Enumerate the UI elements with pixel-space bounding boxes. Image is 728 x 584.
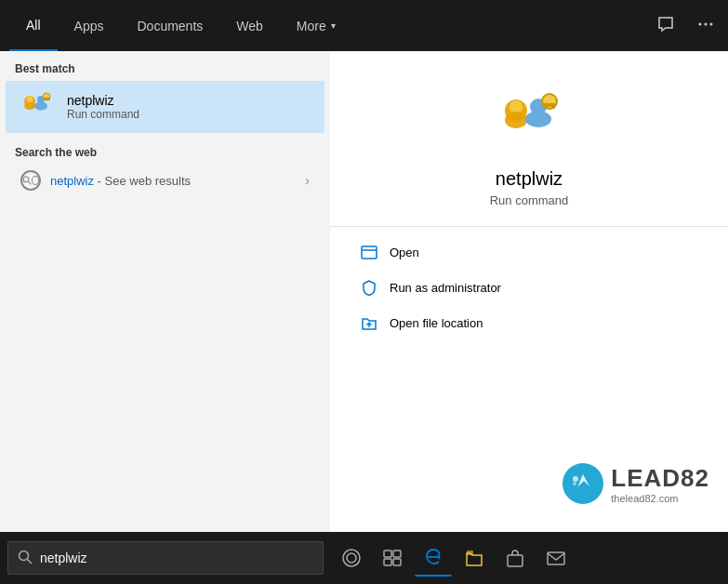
taskbar-search-bar[interactable] — [7, 541, 324, 575]
more-options-icon[interactable] — [693, 11, 719, 41]
web-search-text: netplwiz - See web results — [50, 174, 191, 188]
tab-all[interactable]: All — [9, 0, 58, 51]
tab-web[interactable]: Web — [219, 0, 280, 51]
svg-point-14 — [510, 100, 523, 113]
web-search-section: Search the web netplwiz - See web result… — [0, 133, 330, 204]
svg-rect-21 — [362, 246, 377, 259]
svg-point-11 — [23, 177, 29, 182]
svg-point-1 — [705, 22, 708, 25]
svg-point-0 — [699, 22, 702, 25]
best-match-title: netplwiz — [67, 93, 139, 108]
svg-rect-31 — [384, 551, 391, 557]
taskbar-search-icon — [18, 550, 33, 567]
app-detail-name: netplwiz — [496, 168, 563, 190]
svg-point-4 — [27, 97, 33, 103]
action-open-file-location[interactable]: Open file location — [349, 305, 709, 340]
action-run-as-admin[interactable]: Run as administrator — [349, 270, 709, 305]
svg-point-25 — [573, 476, 578, 482]
web-search-item[interactable]: netplwiz - See web results › — [15, 163, 315, 198]
watermark: LEAD82 thelead82.com — [563, 463, 709, 504]
taskbar-taskview-icon[interactable] — [374, 539, 411, 577]
svg-point-2 — [710, 22, 713, 25]
netplwiz-icon — [20, 90, 54, 124]
taskbar-mail-icon[interactable] — [537, 539, 575, 577]
divider — [330, 226, 728, 227]
app-detail-icon — [496, 88, 563, 155]
svg-point-5 — [24, 102, 35, 110]
svg-point-7 — [34, 102, 47, 111]
svg-point-27 — [20, 551, 29, 560]
taskbar-store-icon[interactable] — [496, 539, 534, 577]
nav-right-actions — [653, 11, 719, 41]
svg-rect-36 — [508, 555, 523, 566]
action-open-label: Open — [390, 246, 419, 259]
action-run-admin-label: Run as administrator — [390, 281, 501, 295]
svg-line-12 — [28, 181, 31, 184]
svg-rect-20 — [551, 103, 555, 109]
folder-icon — [360, 313, 378, 332]
taskbar-edge-icon[interactable] — [415, 539, 452, 577]
shield-icon — [360, 278, 378, 297]
action-file-location-label: Open file location — [390, 316, 483, 330]
action-list: Open Run as administrator — [330, 234, 728, 340]
best-match-item[interactable]: netplwiz Run command — [6, 81, 324, 133]
svg-rect-35 — [467, 551, 473, 555]
svg-point-29 — [343, 550, 360, 566]
svg-rect-32 — [393, 551, 401, 557]
right-panel: netplwiz Run command Open Run — [330, 51, 728, 532]
svg-point-17 — [525, 111, 551, 127]
taskbar-icons — [333, 539, 575, 577]
svg-line-28 — [28, 559, 33, 564]
svg-point-15 — [505, 112, 527, 128]
taskbar-cortana-icon[interactable] — [333, 539, 370, 577]
svg-rect-37 — [548, 552, 564, 564]
tab-more[interactable]: More ▾ — [280, 0, 352, 51]
svg-point-26 — [573, 482, 576, 485]
search-main: Best match netplw — [0, 51, 728, 532]
app-detail-type: Run command — [490, 193, 569, 207]
svg-rect-33 — [384, 559, 391, 565]
action-open[interactable]: Open — [349, 234, 709, 270]
taskbar-search-input[interactable] — [40, 551, 313, 565]
more-dropdown-icon: ▾ — [331, 20, 336, 31]
svg-point-30 — [347, 553, 356, 563]
best-match-subtitle: Run command — [67, 108, 139, 121]
web-search-label: Search the web — [15, 146, 315, 159]
search-circle-icon — [20, 170, 41, 191]
open-icon — [360, 243, 378, 261]
taskbar-explorer-icon[interactable] — [456, 539, 493, 577]
tab-documents[interactable]: Documents — [120, 0, 219, 51]
svg-rect-10 — [48, 98, 50, 100]
watermark-logo — [563, 463, 603, 504]
left-panel: Best match netplw — [0, 51, 330, 532]
top-nav: All Apps Documents Web More ▾ — [0, 0, 728, 51]
tab-apps[interactable]: Apps — [58, 0, 121, 51]
watermark-brand-text: LEAD82 thelead82.com — [611, 464, 709, 504]
svg-rect-34 — [393, 559, 401, 565]
feedback-icon[interactable] — [653, 11, 679, 41]
taskbar — [0, 532, 728, 584]
best-match-label: Best match — [0, 51, 330, 81]
best-match-text: netplwiz Run command — [67, 93, 139, 121]
web-search-arrow-icon: › — [305, 173, 310, 188]
